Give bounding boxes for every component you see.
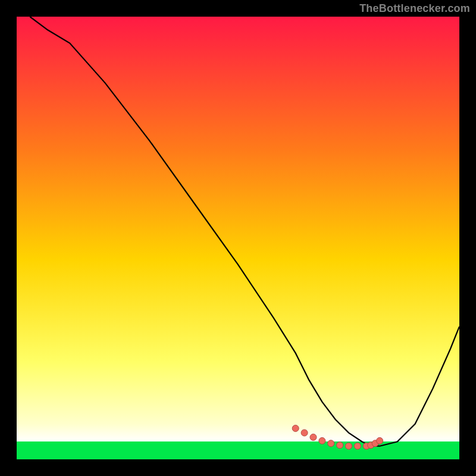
marker-dot xyxy=(319,437,325,444)
marker-dot xyxy=(292,425,299,431)
marker-dot xyxy=(337,442,343,449)
marker-dot xyxy=(377,437,383,444)
marker-dot xyxy=(310,434,317,440)
marker-dot xyxy=(354,443,361,449)
chart-canvas xyxy=(17,17,459,459)
attribution-text: TheBottlenecker.com xyxy=(359,2,470,15)
plot-frame xyxy=(17,17,459,459)
gradient-background xyxy=(17,17,459,459)
marker-dot xyxy=(346,443,352,449)
marker-dot xyxy=(328,440,334,447)
marker-dot xyxy=(301,430,308,436)
